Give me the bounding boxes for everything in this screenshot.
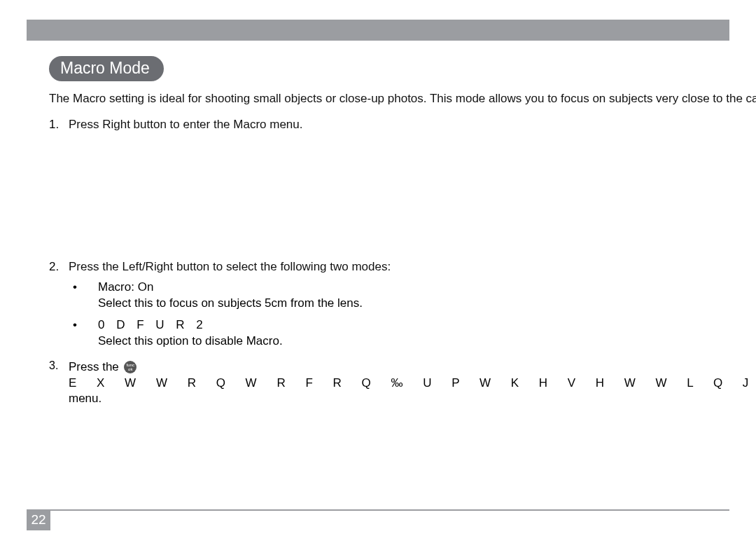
header-bar (27, 20, 729, 41)
step3-garbled-text: E X W W R Q W R F R Q ‰ U P W K H V H W … (69, 376, 756, 390)
step3-tail: menu. (69, 391, 756, 407)
macro-step-2-text: Press the Left/Right button to select th… (69, 260, 391, 273)
macro-option-off: 0 D F U R 2 Select this option to disabl… (69, 317, 756, 350)
macro-step-1: Press Right button to enter the Macro me… (49, 117, 756, 252)
macro-steps: Press Right button to enter the Macro me… (49, 117, 756, 357)
step3-pre: Press the (69, 360, 119, 373)
figure-placeholder-left (69, 133, 756, 252)
content-columns: Macro Mode The Macro setting is ideal fo… (49, 56, 732, 508)
section-heading-macro: Macro Mode (49, 56, 164, 81)
macro-option-on-title: Macro: On (98, 280, 153, 294)
macro-intro: The Macro setting is ideal for shooting … (49, 91, 756, 107)
manual-page: Macro Mode The Macro setting is ideal fo… (0, 0, 756, 550)
macro-option-off-sub: Select this option to disable Macro. (98, 334, 756, 350)
macro-step-2: Press the Left/Right button to select th… (49, 259, 756, 350)
step3-number: 3. (49, 359, 58, 372)
macro-option-on: Macro: On Select this to focus on subjec… (69, 280, 756, 312)
macro-step-1-text: Press Right button to enter the Macro me… (69, 118, 303, 131)
left-column: Macro Mode The Macro setting is ideal fo… (49, 56, 756, 508)
macro-option-on-sub: Select this to focus on subjects 5cm fro… (98, 296, 756, 312)
func-ok-icon: funcok (124, 361, 136, 373)
footer-rule (27, 509, 729, 511)
macro-option-off-title: 0 D F U R 2 (98, 318, 207, 331)
macro-mode-options: Macro: On Select this to focus on subjec… (69, 280, 756, 350)
page-number-tab: 22 (27, 509, 50, 530)
macro-step-3: 3. Press the funcok E X W W R Q W R F R … (49, 359, 756, 408)
